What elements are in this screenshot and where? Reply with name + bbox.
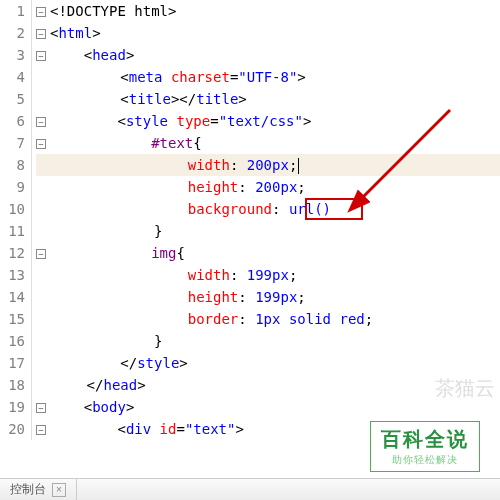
fold-icon[interactable]: [36, 425, 46, 435]
doctype: <!DOCTYPE html>: [50, 3, 176, 19]
code-line[interactable]: <title></title>: [36, 88, 500, 110]
line-number: 7: [0, 132, 25, 154]
code-line[interactable]: <head>: [36, 44, 500, 66]
line-number: 6: [0, 110, 25, 132]
code-editor[interactable]: 1 2 3 4 5 6 7 8 9 10 11 12 13 14 15 16 1…: [0, 0, 500, 440]
code-line[interactable]: height: 200px;: [36, 176, 500, 198]
close-icon[interactable]: ×: [52, 483, 66, 497]
code-line[interactable]: width: 199px;: [36, 264, 500, 286]
fold-icon[interactable]: [36, 139, 46, 149]
badge-title: 百科全说: [381, 426, 469, 453]
tab-label: 控制台: [10, 481, 46, 498]
brand-badge: 百科全说 助你轻松解决: [370, 421, 480, 472]
code-line[interactable]: <!DOCTYPE html>: [36, 0, 500, 22]
line-number: 17: [0, 352, 25, 374]
code-line[interactable]: <meta charset="UTF-8">: [36, 66, 500, 88]
line-number: 15: [0, 308, 25, 330]
line-number: 10: [0, 198, 25, 220]
line-number: 4: [0, 66, 25, 88]
fold-icon[interactable]: [36, 51, 46, 61]
fold-icon[interactable]: [36, 249, 46, 259]
fold-icon[interactable]: [36, 29, 46, 39]
code-line[interactable]: </style>: [36, 352, 500, 374]
line-number: 9: [0, 176, 25, 198]
line-number: 20: [0, 418, 25, 440]
code-line[interactable]: background: url(): [36, 198, 500, 220]
text-cursor: [298, 158, 299, 174]
line-number: 8: [0, 154, 25, 176]
code-line[interactable]: </head>: [36, 374, 500, 396]
fold-icon[interactable]: [36, 117, 46, 127]
badge-subtitle: 助你轻松解决: [381, 453, 469, 467]
code-line[interactable]: img{: [36, 242, 500, 264]
line-number: 19: [0, 396, 25, 418]
line-number: 11: [0, 220, 25, 242]
line-number: 2: [0, 22, 25, 44]
code-line[interactable]: border: 1px solid red;: [36, 308, 500, 330]
fold-icon[interactable]: [36, 403, 46, 413]
url-function: url(): [289, 201, 331, 217]
code-line[interactable]: }: [36, 220, 500, 242]
code-line[interactable]: height: 199px;: [36, 286, 500, 308]
console-tab[interactable]: 控制台 ×: [0, 479, 77, 500]
line-number: 1: [0, 0, 25, 22]
line-number: 16: [0, 330, 25, 352]
bottom-panel-tabs: 控制台 ×: [0, 478, 500, 500]
code-area[interactable]: <!DOCTYPE html> <html> <head> <meta char…: [32, 0, 500, 440]
line-number: 5: [0, 88, 25, 110]
code-line[interactable]: #text{: [36, 132, 500, 154]
line-number: 14: [0, 286, 25, 308]
line-number: 12: [0, 242, 25, 264]
line-number: 13: [0, 264, 25, 286]
code-line[interactable]: width: 200px;: [36, 154, 500, 176]
code-line[interactable]: }: [36, 330, 500, 352]
line-number-gutter: 1 2 3 4 5 6 7 8 9 10 11 12 13 14 15 16 1…: [0, 0, 32, 440]
line-number: 3: [0, 44, 25, 66]
code-line[interactable]: <style type="text/css">: [36, 110, 500, 132]
fold-icon[interactable]: [36, 7, 46, 17]
code-line[interactable]: <body>: [36, 396, 500, 418]
code-line[interactable]: <html>: [36, 22, 500, 44]
line-number: 18: [0, 374, 25, 396]
